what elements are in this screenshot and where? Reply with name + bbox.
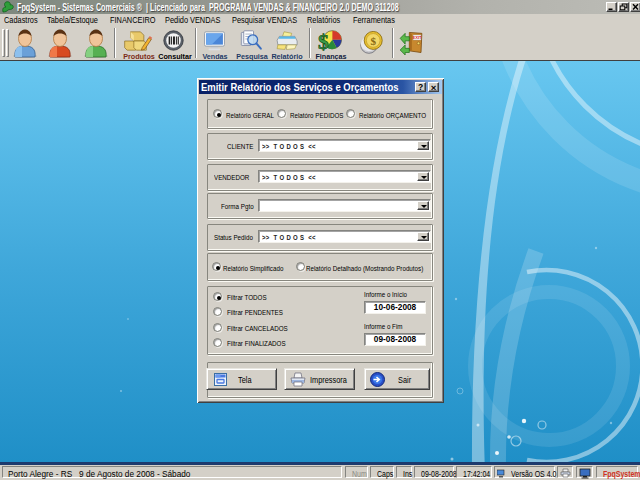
svg-text:EXIT: EXIT (412, 35, 422, 40)
svg-text:$: $ (370, 35, 376, 47)
svg-text:$: $ (318, 30, 329, 53)
